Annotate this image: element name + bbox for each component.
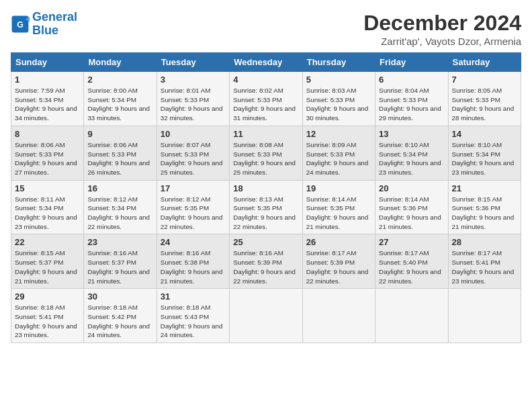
- calendar-cell: 10 Sunrise: 8:07 AMSunset: 5:33 PMDaylig…: [157, 126, 229, 180]
- calendar-cell: 2 Sunrise: 8:00 AMSunset: 5:34 PMDayligh…: [84, 72, 157, 126]
- calendar-cell: 19 Sunrise: 8:14 AMSunset: 5:35 PMDaylig…: [302, 180, 375, 234]
- calendar-week-row: 8 Sunrise: 8:06 AMSunset: 5:33 PMDayligh…: [11, 126, 521, 180]
- day-number: 21: [452, 183, 517, 193]
- day-info: Sunrise: 8:15 AMSunset: 5:37 PMDaylight:…: [15, 249, 77, 284]
- calendar-cell: 9 Sunrise: 8:06 AMSunset: 5:33 PMDayligh…: [84, 126, 157, 180]
- day-info: Sunrise: 8:03 AMSunset: 5:33 PMDaylight:…: [306, 87, 369, 122]
- day-info: Sunrise: 8:16 AMSunset: 5:39 PMDaylight:…: [233, 249, 296, 284]
- day-number: 19: [306, 183, 371, 193]
- calendar-cell: 22 Sunrise: 8:15 AMSunset: 5:37 PMDaylig…: [11, 234, 84, 289]
- day-info: Sunrise: 8:14 AMSunset: 5:35 PMDaylight:…: [306, 195, 369, 230]
- day-number: 9: [87, 129, 152, 139]
- day-number: 10: [161, 129, 226, 139]
- column-header-wednesday: Wednesday: [230, 53, 302, 72]
- logo: G General Blue: [11, 11, 77, 38]
- calendar-cell: [302, 289, 375, 343]
- calendar-cell: 25 Sunrise: 8:16 AMSunset: 5:39 PMDaylig…: [230, 234, 302, 289]
- day-number: 3: [161, 75, 226, 85]
- calendar-table: SundayMondayTuesdayWednesdayThursdayFrid…: [11, 52, 521, 343]
- day-number: 16: [87, 183, 152, 193]
- calendar-cell: 31 Sunrise: 8:18 AMSunset: 5:43 PMDaylig…: [157, 289, 229, 343]
- column-header-tuesday: Tuesday: [157, 53, 229, 72]
- page-subtitle: Zarrit'ap', Vayots Dzor, Armenia: [363, 36, 521, 47]
- day-info: Sunrise: 8:18 AMSunset: 5:42 PMDaylight:…: [87, 304, 150, 338]
- day-number: 28: [452, 237, 517, 247]
- calendar-cell: 5 Sunrise: 8:03 AMSunset: 5:33 PMDayligh…: [302, 72, 375, 126]
- calendar-week-row: 22 Sunrise: 8:15 AMSunset: 5:37 PMDaylig…: [11, 234, 521, 289]
- day-info: Sunrise: 8:16 AMSunset: 5:38 PMDaylight:…: [161, 249, 223, 284]
- day-number: 6: [379, 75, 444, 85]
- logo-line2: Blue: [32, 24, 58, 37]
- day-number: 15: [15, 183, 80, 193]
- calendar-cell: 28 Sunrise: 8:17 AMSunset: 5:41 PMDaylig…: [448, 234, 521, 289]
- day-info: Sunrise: 8:17 AMSunset: 5:39 PMDaylight:…: [306, 249, 369, 284]
- logo-icon: G: [11, 15, 30, 34]
- day-info: Sunrise: 8:10 AMSunset: 5:34 PMDaylight:…: [379, 141, 441, 176]
- day-info: Sunrise: 8:11 AMSunset: 5:34 PMDaylight:…: [15, 195, 77, 230]
- column-header-saturday: Saturday: [448, 53, 521, 72]
- day-info: Sunrise: 8:13 AMSunset: 5:35 PMDaylight:…: [233, 195, 296, 230]
- calendar-cell: 26 Sunrise: 8:17 AMSunset: 5:39 PMDaylig…: [302, 234, 375, 289]
- column-header-sunday: Sunday: [11, 53, 84, 72]
- calendar-cell: 13 Sunrise: 8:10 AMSunset: 5:34 PMDaylig…: [375, 126, 448, 180]
- calendar-cell: 23 Sunrise: 8:16 AMSunset: 5:37 PMDaylig…: [84, 234, 157, 289]
- column-header-monday: Monday: [84, 53, 157, 72]
- calendar-cell: 18 Sunrise: 8:13 AMSunset: 5:35 PMDaylig…: [230, 180, 302, 234]
- day-info: Sunrise: 8:09 AMSunset: 5:33 PMDaylight:…: [306, 141, 369, 176]
- day-info: Sunrise: 8:14 AMSunset: 5:36 PMDaylight:…: [379, 195, 441, 230]
- page-title: December 2024: [363, 11, 521, 36]
- calendar-cell: 11 Sunrise: 8:08 AMSunset: 5:33 PMDaylig…: [230, 126, 302, 180]
- calendar-cell: 27 Sunrise: 8:17 AMSunset: 5:40 PMDaylig…: [375, 234, 448, 289]
- day-info: Sunrise: 8:02 AMSunset: 5:33 PMDaylight:…: [233, 87, 296, 122]
- calendar-cell: 14 Sunrise: 8:10 AMSunset: 5:34 PMDaylig…: [448, 126, 521, 180]
- day-number: 4: [233, 75, 298, 85]
- calendar-cell: 6 Sunrise: 8:04 AMSunset: 5:33 PMDayligh…: [375, 72, 448, 126]
- title-area: December 2024 Zarrit'ap', Vayots Dzor, A…: [363, 11, 521, 47]
- day-number: 23: [87, 237, 152, 247]
- column-header-thursday: Thursday: [302, 53, 375, 72]
- calendar-cell: 30 Sunrise: 8:18 AMSunset: 5:42 PMDaylig…: [84, 289, 157, 343]
- day-number: 7: [452, 75, 517, 85]
- day-number: 2: [87, 75, 152, 85]
- day-info: Sunrise: 8:10 AMSunset: 5:34 PMDaylight:…: [452, 141, 515, 176]
- calendar-cell: 17 Sunrise: 8:12 AMSunset: 5:35 PMDaylig…: [157, 180, 229, 234]
- day-info: Sunrise: 8:04 AMSunset: 5:33 PMDaylight:…: [379, 87, 441, 122]
- calendar-cell: 8 Sunrise: 8:06 AMSunset: 5:33 PMDayligh…: [11, 126, 84, 180]
- day-number: 11: [233, 129, 298, 139]
- day-number: 12: [306, 129, 371, 139]
- calendar-week-row: 15 Sunrise: 8:11 AMSunset: 5:34 PMDaylig…: [11, 180, 521, 234]
- calendar-cell: [448, 289, 521, 343]
- day-number: 31: [161, 291, 226, 302]
- calendar-cell: 7 Sunrise: 8:05 AMSunset: 5:33 PMDayligh…: [448, 72, 521, 126]
- calendar-cell: 1 Sunrise: 7:59 AMSunset: 5:34 PMDayligh…: [11, 72, 84, 126]
- day-info: Sunrise: 8:06 AMSunset: 5:33 PMDaylight:…: [87, 141, 150, 176]
- column-header-friday: Friday: [375, 53, 448, 72]
- day-number: 30: [87, 291, 152, 302]
- day-number: 17: [161, 183, 226, 193]
- calendar-cell: 29 Sunrise: 8:18 AMSunset: 5:41 PMDaylig…: [11, 289, 84, 343]
- day-number: 1: [15, 75, 80, 85]
- svg-text:G: G: [17, 19, 24, 29]
- calendar-cell: [230, 289, 302, 343]
- day-info: Sunrise: 7:59 AMSunset: 5:34 PMDaylight:…: [15, 87, 77, 122]
- day-number: 20: [379, 183, 444, 193]
- day-info: Sunrise: 8:06 AMSunset: 5:33 PMDaylight:…: [15, 141, 77, 176]
- day-info: Sunrise: 8:01 AMSunset: 5:33 PMDaylight:…: [161, 87, 223, 122]
- day-number: 24: [161, 237, 226, 247]
- day-info: Sunrise: 8:12 AMSunset: 5:34 PMDaylight:…: [87, 195, 150, 230]
- calendar-cell: 15 Sunrise: 8:11 AMSunset: 5:34 PMDaylig…: [11, 180, 84, 234]
- day-info: Sunrise: 8:08 AMSunset: 5:33 PMDaylight:…: [233, 141, 296, 176]
- day-number: 14: [452, 129, 517, 139]
- day-number: 5: [306, 75, 371, 85]
- calendar-cell: 20 Sunrise: 8:14 AMSunset: 5:36 PMDaylig…: [375, 180, 448, 234]
- calendar-cell: [375, 289, 448, 343]
- day-number: 29: [15, 291, 80, 302]
- day-info: Sunrise: 8:17 AMSunset: 5:41 PMDaylight:…: [452, 249, 515, 284]
- day-info: Sunrise: 8:00 AMSunset: 5:34 PMDaylight:…: [87, 87, 150, 122]
- calendar-cell: 16 Sunrise: 8:12 AMSunset: 5:34 PMDaylig…: [84, 180, 157, 234]
- calendar-cell: 3 Sunrise: 8:01 AMSunset: 5:33 PMDayligh…: [157, 72, 229, 126]
- page-header: G General Blue December 2024 Zarrit'ap',…: [11, 11, 521, 47]
- calendar-cell: 12 Sunrise: 8:09 AMSunset: 5:33 PMDaylig…: [302, 126, 375, 180]
- day-number: 26: [306, 237, 371, 247]
- day-info: Sunrise: 8:15 AMSunset: 5:36 PMDaylight:…: [452, 195, 515, 230]
